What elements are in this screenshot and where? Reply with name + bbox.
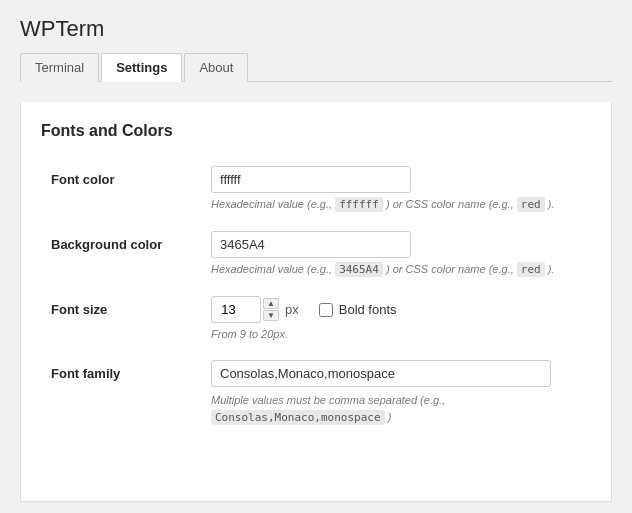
font-color-hint-code: ffffff	[335, 197, 383, 212]
bold-fonts-label: Bold fonts	[339, 302, 397, 317]
font-color-hint-code2: red	[517, 197, 545, 212]
bg-color-hint-code: 3465A4	[335, 262, 383, 277]
font-color-label: Font color	[51, 166, 211, 187]
font-family-hint-prefix: Multiple values must be comma separated …	[211, 394, 445, 406]
spinner-buttons: ▲ ▼	[263, 298, 279, 321]
font-family-input[interactable]	[211, 360, 551, 387]
font-size-field: ▲ ▼ px Bold fonts From 9 to 20px.	[211, 296, 581, 340]
bg-color-label: Background color	[51, 231, 211, 252]
tab-about[interactable]: About	[184, 53, 248, 82]
tab-terminal[interactable]: Terminal	[20, 53, 99, 82]
font-color-hint-prefix: Hexadecimal value (e.g.,	[211, 198, 335, 210]
font-color-hint-end: ).	[545, 198, 555, 210]
font-family-row: Font family Multiple values must be comm…	[41, 360, 591, 426]
bg-color-field: Hexadecimal value (e.g., 3465A4 ) or CSS…	[211, 231, 581, 276]
font-family-hint: Multiple values must be comma separated …	[211, 392, 581, 426]
font-size-hint: From 9 to 20px.	[211, 328, 581, 340]
settings-panel: Fonts and Colors Font color Hexadecimal …	[20, 102, 612, 502]
font-size-input[interactable]	[211, 296, 261, 323]
bg-color-input[interactable]	[211, 231, 411, 258]
font-color-hint: Hexadecimal value (e.g., ffffff ) or CSS…	[211, 198, 581, 211]
font-size-spinner: ▲ ▼	[211, 296, 279, 323]
font-size-controls: ▲ ▼ px Bold fonts	[211, 296, 581, 323]
font-size-label: Font size	[51, 296, 211, 317]
bg-color-row: Background color Hexadecimal value (e.g.…	[41, 231, 591, 276]
font-color-input[interactable]	[211, 166, 411, 193]
bg-color-hint-code2: red	[517, 262, 545, 277]
bg-color-hint: Hexadecimal value (e.g., 3465A4 ) or CSS…	[211, 263, 581, 276]
font-size-row: Font size ▲ ▼ px Bold fonts	[41, 296, 591, 340]
spinner-down-button[interactable]: ▼	[263, 310, 279, 321]
px-label: px	[285, 302, 299, 317]
font-color-hint-suffix: ) or CSS color name (e.g.,	[383, 198, 517, 210]
app-container: WPTerm Terminal Settings About Fonts and…	[0, 0, 632, 513]
bold-fonts-checkbox[interactable]	[319, 303, 333, 317]
bold-fonts-wrap: Bold fonts	[319, 302, 397, 317]
font-color-row: Font color Hexadecimal value (e.g., ffff…	[41, 166, 591, 211]
font-family-field: Multiple values must be comma separated …	[211, 360, 581, 426]
spinner-up-button[interactable]: ▲	[263, 298, 279, 309]
tabs-bar: Terminal Settings About	[20, 52, 612, 82]
bg-color-hint-end: ).	[545, 263, 555, 275]
bg-color-hint-prefix: Hexadecimal value (e.g.,	[211, 263, 335, 275]
section-title: Fonts and Colors	[41, 122, 591, 148]
font-family-label: Font family	[51, 360, 211, 381]
tab-settings[interactable]: Settings	[101, 53, 182, 82]
font-color-field: Hexadecimal value (e.g., ffffff ) or CSS…	[211, 166, 581, 211]
font-family-hint-code: Consolas,Monaco,monospace	[211, 410, 385, 425]
font-family-hint-end: )	[385, 411, 392, 423]
app-title: WPTerm	[20, 16, 612, 42]
bg-color-hint-suffix: ) or CSS color name (e.g.,	[383, 263, 517, 275]
